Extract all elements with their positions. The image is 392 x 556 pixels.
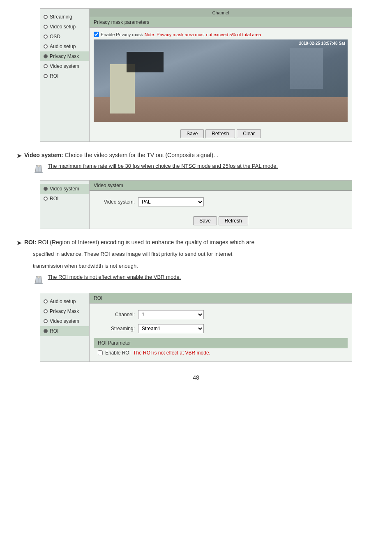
bullet-roi-audio bbox=[44, 299, 48, 303]
video-system-section-title: ➤ Video system: Choice the video system … bbox=[16, 152, 376, 160]
privacy-mask-save-button[interactable]: Save bbox=[180, 129, 204, 138]
roi-body: Channel: 1 2 3 4 Streaming: Stream1 Stre… bbox=[90, 303, 352, 361]
video-system-refresh-button[interactable]: Refresh bbox=[219, 216, 248, 225]
sidebar-item-video-system[interactable]: Video system bbox=[40, 61, 89, 71]
roi-main: ROI Channel: 1 2 3 4 Streaming: Stream1 … bbox=[90, 293, 352, 361]
video-system-select[interactable]: PAL NTSC bbox=[138, 197, 204, 206]
roi-arrow: ➤ bbox=[16, 239, 22, 247]
sidebar-item-vs-roi[interactable]: ROI bbox=[40, 194, 89, 204]
bullet-streaming bbox=[44, 15, 48, 19]
privacy-mask-content: Channel Privacy mask parameters Enable P… bbox=[90, 9, 352, 141]
roi-note-box: The ROI mode is not effect when enable t… bbox=[33, 274, 376, 286]
roi-channel-label: Channel: bbox=[98, 312, 135, 317]
video-timestamp: 2019-02-25 18:57:48 Sat bbox=[299, 41, 345, 46]
privacy-mask-buttons: Save Refresh Clear bbox=[90, 126, 352, 141]
privacy-mask-header: Privacy mask parameters bbox=[90, 17, 352, 28]
sidebar-item-streaming[interactable]: Streaming bbox=[40, 12, 89, 22]
privacy-mask-block[interactable] bbox=[127, 52, 164, 72]
roi-body2: transmission when bandwidth is not enoug… bbox=[33, 262, 376, 271]
bullet-roi bbox=[44, 74, 48, 78]
video-system-title-text: Video system: Choice the video system fo… bbox=[24, 152, 218, 158]
roi-streaming-select[interactable]: Stream1 Stream2 bbox=[138, 324, 204, 333]
roi-section-title: ➤ ROI: ROI (Region of Interest) encoding… bbox=[16, 239, 376, 247]
sidebar-item-audio-setup[interactable]: Audio setup bbox=[40, 42, 89, 51]
roi-channel-row: Channel: 1 2 3 4 bbox=[94, 308, 348, 322]
bullet-video-system bbox=[44, 64, 48, 68]
bullet-roi-roi bbox=[44, 329, 48, 333]
privacy-mask-body: Enable Privacy mask Note: Privacy mask a… bbox=[90, 28, 352, 126]
camera-wall bbox=[290, 48, 323, 89]
video-system-field-label: Video system: bbox=[98, 199, 135, 205]
video-system-panel: Video system ROI Video system Video syst… bbox=[40, 180, 352, 229]
sidebar-item-privacy-mask[interactable]: Privacy Mask bbox=[40, 51, 89, 61]
roi-panel: Audio setup Privacy Mask Video system RO… bbox=[40, 293, 352, 362]
privacy-mask-panel: Streaming Video setup OSD Audio setup Pr… bbox=[40, 8, 352, 142]
video-system-note-box: The maximum frame rate will be 30 fps wh… bbox=[33, 163, 376, 175]
bullet-osd bbox=[44, 35, 48, 39]
video-system-buttons: Save Refresh bbox=[90, 213, 352, 229]
roi-sidebar: Audio setup Privacy Mask Video system RO… bbox=[40, 293, 90, 361]
roi-bold: ROI: bbox=[24, 239, 37, 246]
bullet-privacy-mask bbox=[44, 54, 48, 58]
enable-roi-checkbox[interactable] bbox=[98, 350, 103, 355]
video-system-note-text: The maximum frame rate will be 30 fps wh… bbox=[48, 163, 278, 169]
video-system-bold: Video system: bbox=[24, 152, 63, 158]
bullet-vs-video-system bbox=[44, 187, 48, 191]
roi-note-text: The ROI mode is not effect when enable t… bbox=[48, 274, 181, 280]
bullet-vs-roi bbox=[44, 197, 48, 201]
video-system-sidebar: Video system ROI bbox=[40, 181, 90, 229]
svg-marker-6 bbox=[37, 276, 40, 278]
roi-pencil-icon bbox=[33, 275, 44, 286]
sidebar-item-vs-video-system[interactable]: Video system bbox=[40, 184, 89, 194]
sidebar-item-roi-roi[interactable]: ROI bbox=[40, 326, 89, 336]
privacy-mask-sidebar: Streaming Video setup OSD Audio setup Pr… bbox=[40, 9, 90, 141]
roi-channel-select[interactable]: 1 2 3 4 bbox=[138, 310, 204, 319]
roi-enable-label: Enable ROI bbox=[105, 350, 131, 356]
roi-enable-row: Enable ROI The ROI is not effect at VBR … bbox=[94, 348, 348, 357]
sidebar-item-roi-video-system[interactable]: Video system bbox=[40, 316, 89, 326]
roi-streaming-label: Streaming: bbox=[98, 326, 135, 331]
video-system-header: Video system bbox=[90, 181, 352, 191]
sidebar-item-roi-privacy[interactable]: Privacy Mask bbox=[40, 306, 89, 316]
svg-marker-2 bbox=[37, 165, 40, 167]
enable-privacy-mask-checkbox[interactable] bbox=[94, 32, 99, 37]
video-preview: 2019-02-25 18:57:48 Sat bbox=[94, 39, 348, 122]
channel-bar: Channel bbox=[90, 9, 352, 17]
video-system-save-button[interactable]: Save bbox=[193, 216, 217, 225]
roi-title-text: ROI: ROI (Region of Interest) encoding i… bbox=[24, 239, 254, 246]
roi-param-header: ROI Parameter bbox=[94, 338, 348, 348]
video-system-arrow: ➤ bbox=[16, 152, 22, 160]
privacy-mask-refresh-button[interactable]: Refresh bbox=[205, 129, 235, 138]
roi-body1: specified in advance. These ROI areas im… bbox=[33, 250, 376, 259]
video-system-body: Video system: PAL NTSC bbox=[90, 191, 352, 213]
privacy-mask-clear-button[interactable]: Clear bbox=[237, 129, 261, 138]
bullet-roi-privacy bbox=[44, 309, 48, 313]
page-number: 48 bbox=[16, 374, 376, 381]
sidebar-item-video-setup[interactable]: Video setup bbox=[40, 22, 89, 32]
sidebar-item-roi[interactable]: ROI bbox=[40, 71, 89, 81]
video-system-form-row: Video system: PAL NTSC bbox=[94, 195, 348, 209]
roi-effect-note: The ROI is not effect at VBR mode. bbox=[133, 350, 210, 356]
sidebar-item-roi-audio[interactable]: Audio setup bbox=[40, 297, 89, 306]
bullet-roi-video-system bbox=[44, 319, 48, 323]
sidebar-item-osd[interactable]: OSD bbox=[40, 32, 89, 42]
roi-header: ROI bbox=[90, 293, 352, 303]
pencil-icon bbox=[33, 164, 44, 175]
video-system-main: Video system Video system: PAL NTSC Save… bbox=[90, 181, 352, 229]
privacy-mask-note: Enable Privacy mask Note: Privacy mask a… bbox=[94, 32, 348, 37]
bullet-video-setup bbox=[44, 25, 48, 29]
bullet-audio-setup bbox=[44, 44, 48, 49]
roi-streaming-row: Streaming: Stream1 Stream2 bbox=[94, 322, 348, 336]
